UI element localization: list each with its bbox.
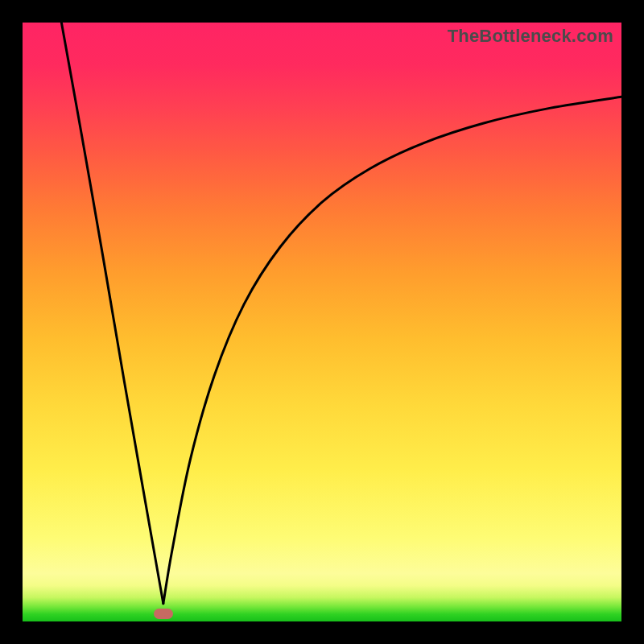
optimal-marker <box>154 609 173 619</box>
curve-right-branch <box>163 97 621 603</box>
bottleneck-curve <box>23 23 621 621</box>
plot-area: TheBottleneck.com <box>23 23 621 621</box>
chart-frame: TheBottleneck.com <box>0 0 644 644</box>
curve-left-branch <box>61 23 163 604</box>
